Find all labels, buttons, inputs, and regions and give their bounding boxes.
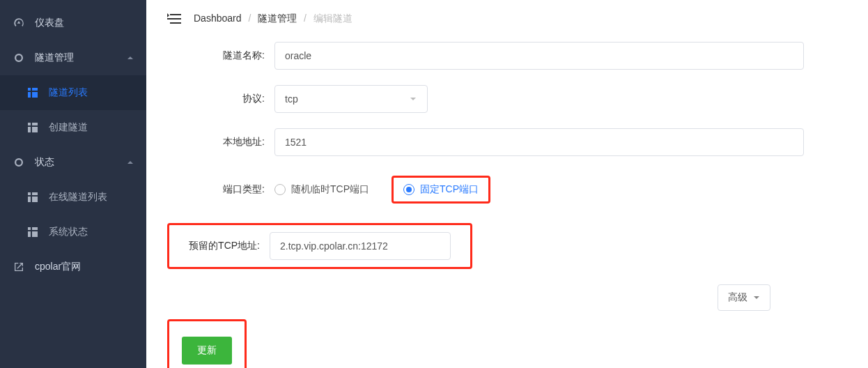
- ring-icon: [13, 52, 25, 64]
- tunnel-edit-form: 隧道名称: 协议: tcp 本地地址: 端口类型:: [167, 42, 847, 368]
- port-type-random[interactable]: 随机临时TCP端口: [274, 183, 369, 196]
- radio-icon: [274, 184, 286, 195]
- svg-rect-6: [28, 127, 31, 132]
- svg-rect-3: [32, 92, 38, 98]
- breadcrumb-sep: /: [248, 13, 251, 24]
- svg-rect-10: [28, 197, 31, 202]
- breadcrumb-section[interactable]: 隧道管理: [258, 13, 297, 24]
- sidebar-item-label: 仪表盘: [35, 17, 134, 29]
- sidebar-item-tunnel[interactable]: 隧道管理: [0, 40, 146, 75]
- highlight-box: 预留的TCP地址:: [167, 223, 472, 269]
- sidebar-item-dashboard[interactable]: 仪表盘: [0, 6, 146, 40]
- svg-rect-12: [28, 227, 31, 230]
- button-label: 更新: [197, 344, 217, 355]
- sidebar-item-official-site[interactable]: cpolar官网: [0, 250, 146, 284]
- gauge-icon: [13, 17, 25, 29]
- sidebar-item-label: 状态: [35, 156, 127, 169]
- advanced-label: 高级: [728, 291, 747, 304]
- breadcrumb: Dashboard / 隧道管理 / 编辑隧道: [194, 13, 352, 25]
- grid-icon: [28, 123, 38, 132]
- svg-rect-0: [28, 88, 31, 91]
- highlight-box: 固定TCP端口: [392, 176, 490, 204]
- reserved-tcp-input[interactable]: [270, 232, 451, 260]
- radio-icon: [403, 184, 414, 195]
- sidebar: 仪表盘 隧道管理 隧道列表 创建隧道: [0, 0, 146, 368]
- label-local-address: 本地地址:: [184, 136, 274, 148]
- sidebar-sub-tunnel-list[interactable]: 隧道列表: [0, 75, 146, 110]
- port-type-fixed[interactable]: 固定TCP端口: [403, 183, 479, 196]
- ring-icon: [13, 156, 25, 169]
- sidebar-sub-label: 隧道列表: [49, 86, 88, 99]
- radio-label: 固定TCP端口: [420, 183, 479, 196]
- svg-rect-11: [32, 197, 38, 202]
- main-content: Dashboard / 隧道管理 / 编辑隧道 隧道名称: 协议: tcp: [146, 0, 868, 368]
- tunnel-name-input[interactable]: [274, 42, 804, 70]
- sidebar-sub-label: 在线隧道列表: [49, 191, 107, 204]
- sidebar-sub-status-online[interactable]: 在线隧道列表: [0, 180, 146, 215]
- chevron-down-icon: [127, 54, 134, 61]
- topbar: Dashboard / 隧道管理 / 编辑隧道: [167, 13, 847, 25]
- radio-label: 随机临时TCP端口: [291, 183, 369, 196]
- svg-rect-15: [32, 231, 38, 237]
- sidebar-sub-status-system[interactable]: 系统状态: [0, 215, 146, 250]
- label-protocol: 协议:: [184, 93, 274, 105]
- grid-icon: [28, 192, 38, 202]
- breadcrumb-root[interactable]: Dashboard: [194, 13, 242, 24]
- local-address-input[interactable]: [274, 128, 804, 156]
- sidebar-sub-label: 系统状态: [49, 226, 88, 238]
- sidebar-item-status[interactable]: 状态: [0, 145, 146, 180]
- update-button[interactable]: 更新: [182, 337, 232, 365]
- label-port-type: 端口类型:: [184, 183, 274, 196]
- external-link-icon: [13, 261, 25, 273]
- breadcrumb-current: 编辑隧道: [313, 13, 352, 24]
- sidebar-item-label: 隧道管理: [35, 52, 127, 64]
- protocol-select[interactable]: tcp: [274, 85, 428, 113]
- caret-down-icon: [753, 294, 760, 301]
- port-type-group: 随机临时TCP端口 固定TCP端口: [274, 176, 490, 204]
- svg-rect-13: [32, 227, 38, 230]
- svg-rect-14: [28, 231, 31, 237]
- advanced-toggle[interactable]: 高级: [718, 284, 770, 311]
- menu-toggle-icon[interactable]: [167, 13, 181, 25]
- svg-rect-9: [32, 192, 38, 195]
- label-reserved-tcp: 预留的TCP地址:: [179, 240, 270, 252]
- grid-icon: [28, 227, 38, 237]
- label-tunnel-name: 隧道名称:: [184, 49, 274, 62]
- svg-rect-7: [32, 127, 38, 132]
- svg-rect-2: [28, 92, 31, 98]
- protocol-value: tcp: [285, 93, 298, 105]
- svg-rect-1: [32, 88, 38, 91]
- sidebar-item-label: cpolar官网: [35, 261, 134, 273]
- svg-rect-4: [28, 123, 31, 125]
- svg-rect-8: [28, 192, 31, 195]
- grid-icon: [28, 88, 38, 98]
- chevron-down-icon: [127, 159, 134, 166]
- breadcrumb-sep: /: [304, 13, 307, 24]
- chevron-down-icon: [409, 95, 417, 103]
- svg-rect-5: [32, 123, 38, 125]
- sidebar-sub-tunnel-create[interactable]: 创建隧道: [0, 110, 146, 145]
- highlight-box: 更新: [167, 319, 247, 368]
- sidebar-sub-label: 创建隧道: [49, 121, 88, 134]
